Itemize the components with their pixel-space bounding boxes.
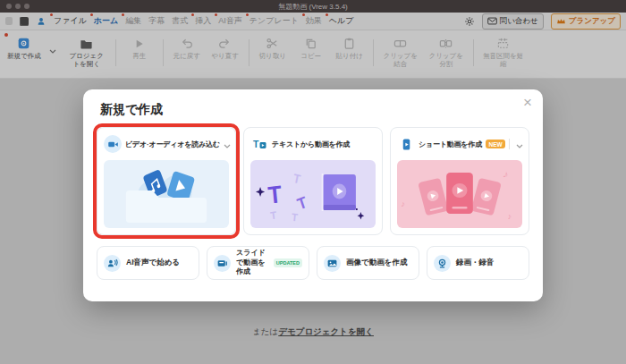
- card-label: ショート動画を作成: [419, 140, 482, 149]
- chevron-down-icon[interactable]: [516, 136, 523, 152]
- card-text-to-video[interactable]: T テキストから動画を作成 T T T T T: [243, 127, 383, 235]
- text-to-video-illustration: T T T T T: [250, 160, 376, 228]
- create-video-from-images-button[interactable]: 画像で動画を作成: [317, 246, 419, 280]
- quick-label: スライドで動画を作成: [236, 249, 268, 276]
- record-screen-audio-button[interactable]: 録画・録音: [427, 246, 529, 280]
- start-with-ai-voice-button[interactable]: AI音声で始める: [97, 246, 199, 280]
- close-icon[interactable]: ×: [523, 95, 532, 110]
- demo-project-footer: またはデモプロジェクトを開く: [252, 326, 374, 338]
- updated-badge: UPDATED: [274, 258, 302, 267]
- header-divider: [509, 139, 510, 149]
- quick-label: AI音声で始める: [126, 258, 180, 267]
- import-illustration: [104, 160, 229, 228]
- image-icon: [324, 255, 341, 272]
- card-label: ビデオ·オーディオを読み込む: [125, 140, 220, 149]
- card-short-video[interactable]: ショート動画を作成 NEW ♪ ♪ ♪: [390, 127, 529, 235]
- create-options-row: ビデオ·オーディオを読み込む: [97, 127, 529, 235]
- webcam-icon: [434, 255, 451, 272]
- card-header: ビデオ·オーディオを読み込む: [104, 134, 229, 154]
- card-header: T テキストから動画を作成: [250, 134, 376, 154]
- new-project-modal: 新規で作成 × ビデオ·オーディオを読み込む: [83, 89, 543, 301]
- shorts-phone-icon: [397, 135, 415, 153]
- quick-actions-row: AI音声で始める スライドで動画を作成 UPDATED 画像で動画を作成 録画: [97, 246, 529, 280]
- create-video-from-slides-button[interactable]: スライドで動画を作成 UPDATED: [207, 246, 309, 280]
- card-header: ショート動画を作成 NEW: [397, 134, 522, 154]
- open-demo-project-link[interactable]: デモプロジェクトを開く: [278, 326, 374, 336]
- chevron-down-icon[interactable]: [224, 136, 231, 152]
- svg-text:T: T: [253, 139, 259, 149]
- quick-label: 画像で動画を作成: [346, 258, 407, 267]
- video-camera-icon: [104, 135, 122, 153]
- svg-text:T: T: [266, 181, 283, 208]
- quick-label: 録画・録音: [456, 258, 495, 267]
- svg-text:T: T: [291, 211, 298, 223]
- ai-voice-icon: [104, 255, 121, 272]
- modal-layer: 新規で作成 × ビデオ·オーディオを読み込む: [0, 0, 626, 364]
- modal-title: 新規で作成: [100, 102, 529, 118]
- svg-text:♪: ♪: [401, 199, 405, 208]
- new-badge: NEW: [486, 140, 505, 148]
- card-import-video-audio[interactable]: ビデオ·オーディオを読み込む: [97, 127, 236, 235]
- text-video-icon: T: [250, 135, 268, 153]
- footer-prefix: または: [252, 326, 278, 336]
- short-video-illustration: ♪ ♪ ♪: [397, 160, 522, 228]
- card-label: テキストから動画を作成: [272, 140, 350, 149]
- slides-icon: [214, 255, 231, 272]
